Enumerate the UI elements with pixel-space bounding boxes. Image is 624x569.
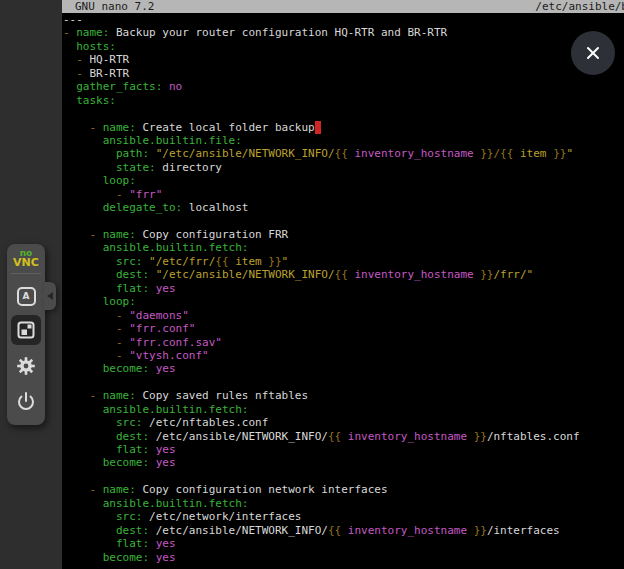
code-token: yes — [156, 443, 176, 456]
code-token — [63, 497, 103, 510]
code-token: "frr" — [129, 188, 162, 201]
code-token: {{ — [215, 255, 228, 268]
code-line: src: "/etc/frr/{{ item }}" — [63, 255, 624, 268]
code-line: - name: Backup your router configuration… — [63, 26, 624, 39]
code-token: Copy configuration FRR — [136, 228, 288, 241]
power-icon — [14, 389, 38, 413]
code-token — [63, 147, 116, 160]
code-token: BR-RTR — [90, 67, 130, 80]
vnc-viewport: GNU nano 7.2 /etc/ansible/b ---- name: B… — [0, 0, 624, 569]
code-line: loop: — [63, 174, 624, 187]
code-line: dest: /etc/ansible/NETWORK_INFO/{{ inven… — [63, 430, 624, 443]
code-line: - HQ-RTR — [63, 53, 624, 66]
code-token: - — [63, 483, 103, 496]
control-bar-divider — [11, 273, 41, 274]
chevron-left-icon — [47, 292, 53, 300]
code-token: /nftables.conf — [487, 430, 580, 443]
code-token — [63, 403, 103, 416]
code-line: flat: yes — [63, 537, 624, 550]
close-button[interactable] — [571, 31, 615, 75]
code-token: ansible.builtin.fetch: — [103, 497, 249, 510]
code-token: state: — [116, 161, 156, 174]
code-token: item — [513, 147, 553, 160]
clipboard-button[interactable]: A — [11, 281, 41, 311]
code-token: inventory_hostname — [341, 430, 473, 443]
code-line: ansible.builtin.fetch: — [63, 403, 624, 416]
remote-terminal-screen[interactable]: GNU nano 7.2 /etc/ansible/b ---- name: B… — [62, 0, 624, 569]
code-token: - — [63, 53, 90, 66]
control-bar-collapse-handle[interactable] — [44, 282, 56, 310]
code-token: src: — [116, 510, 143, 523]
code-token — [63, 80, 76, 93]
code-token: delegate_to: — [103, 201, 182, 214]
code-token: flat: — [116, 282, 149, 295]
code-token: item — [229, 255, 269, 268]
code-token: yes — [156, 551, 176, 564]
code-token: - — [63, 121, 103, 134]
code-token: "vtysh.conf" — [129, 349, 208, 362]
code-token — [63, 510, 116, 523]
code-token: - — [63, 309, 129, 322]
code-line: flat: yes — [63, 443, 624, 456]
code-token: dest: — [116, 268, 149, 281]
code-line: - name: Copy saved rules nftables — [63, 389, 624, 402]
code-line: - name: Create local folder backup — [63, 121, 624, 134]
code-token: Backup your router configuration HQ-RTR … — [109, 26, 447, 39]
code-token: - — [63, 389, 103, 402]
code-line: - name: Copy configuration FRR — [63, 228, 624, 241]
code-token — [162, 80, 169, 93]
code-token: "frr.conf" — [129, 322, 195, 335]
fullscreen-button[interactable] — [11, 315, 41, 345]
code-line: src: /etc/network/interfaces — [63, 510, 624, 523]
code-line: state: directory — [63, 161, 624, 174]
code-token: become: — [103, 362, 149, 375]
code-token: ansible.builtin.fetch: — [103, 241, 249, 254]
code-line: become: yes — [63, 551, 624, 564]
power-disconnect-button[interactable] — [11, 386, 41, 416]
code-token: {{ — [335, 268, 348, 281]
code-line: src: /etc/nftables.conf — [63, 416, 624, 429]
code-token — [63, 416, 116, 429]
code-token: /etc/nftables.conf — [142, 416, 268, 429]
code-token — [63, 241, 103, 254]
code-token: name: — [103, 389, 136, 402]
code-token: --- — [63, 13, 83, 26]
code-token — [63, 161, 116, 174]
code-token: become: — [103, 456, 149, 469]
clipboard-icon: A — [17, 287, 36, 306]
code-line — [63, 215, 624, 228]
code-token: /interfaces — [487, 524, 560, 537]
code-token: inventory_hostname — [341, 524, 473, 537]
novnc-control-bar: no VNC A — [7, 244, 45, 425]
code-token: /etc/network/interfaces — [142, 510, 301, 523]
code-token: - — [63, 26, 76, 39]
code-token — [63, 524, 116, 537]
code-token: ansible.builtin.file: — [103, 134, 242, 147]
code-token: inventory_hostname — [348, 268, 480, 281]
code-token: inventory_hostname — [348, 147, 480, 160]
code-token — [63, 551, 103, 564]
code-token: name: — [76, 26, 109, 39]
code-token — [149, 537, 156, 550]
code-token: "daemons" — [129, 309, 189, 322]
code-line: become: yes — [63, 456, 624, 469]
code-line — [63, 470, 624, 483]
code-token: - — [63, 67, 90, 80]
code-line: delegate_to: localhost — [63, 201, 624, 214]
code-token: {{ — [328, 524, 341, 537]
code-token: {{ — [328, 430, 341, 443]
close-icon — [584, 44, 602, 62]
code-token: src: — [116, 416, 143, 429]
settings-button[interactable] — [11, 351, 41, 381]
code-token — [63, 134, 103, 147]
code-token: tasks: — [76, 94, 116, 107]
code-token — [149, 551, 156, 564]
code-token — [63, 255, 116, 268]
code-token: - — [63, 322, 129, 335]
code-token: dest: — [116, 524, 149, 537]
code-token: "frr.conf.sav" — [129, 336, 222, 349]
code-token: }}/{{ — [480, 147, 513, 160]
code-token: - — [63, 336, 129, 349]
nano-file-path: /etc/ansible/b — [535, 0, 624, 13]
code-line: gather_facts: no — [63, 80, 624, 93]
